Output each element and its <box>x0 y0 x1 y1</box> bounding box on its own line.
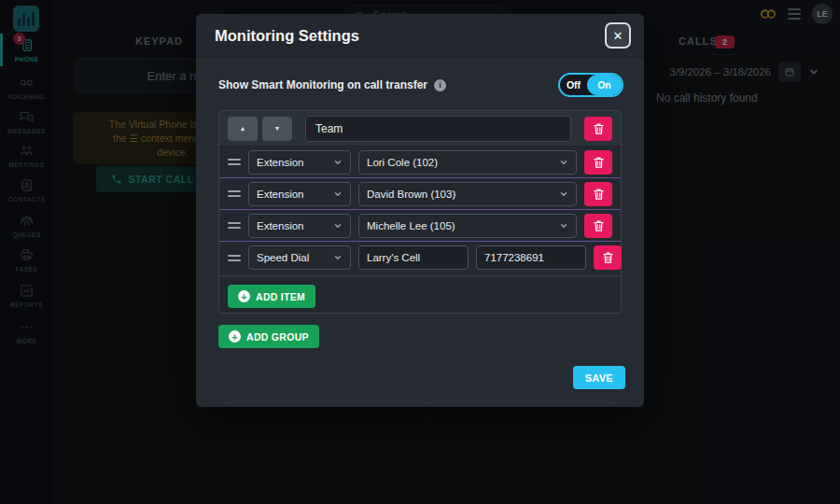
save-label: SAVE <box>585 372 613 384</box>
row-type-value: Speed Dial <box>257 252 328 263</box>
add-item-label: ADD ITEM <box>256 291 305 302</box>
add-item-row: + ADD ITEM <box>219 276 621 316</box>
drag-handle-icon[interactable] <box>228 190 241 197</box>
row-target-select[interactable]: David Brown (103) <box>358 182 577 206</box>
trash-icon <box>602 251 614 264</box>
modal-title: Monitoring Settings <box>215 27 359 45</box>
row-type-select[interactable]: Extension <box>248 182 351 206</box>
row-target-value: Michelle Lee (105) <box>367 220 553 231</box>
smart-monitoring-label: Show Smart Monitoring on call transfer <box>218 78 427 91</box>
row-target-select[interactable]: Michelle Lee (105) <box>358 214 577 238</box>
save-button[interactable]: SAVE <box>573 366 625 389</box>
row-target-value: David Brown (103) <box>367 189 553 200</box>
row-type-value: Extension <box>257 189 328 200</box>
toggle-off-label[interactable]: Off <box>560 75 587 95</box>
row-type-value: Extension <box>257 157 328 168</box>
add-item-button[interactable]: + ADD ITEM <box>228 285 315 308</box>
app-window: Search LE 3 PHONE VOICEMAIL MESSAGES <box>0 0 840 504</box>
add-group-button[interactable]: + ADD GROUP <box>218 325 319 348</box>
smart-monitoring-row: Show Smart Monitoring on call transfer i… <box>218 72 623 98</box>
plus-circle-icon: + <box>238 290 250 302</box>
drag-handle-icon[interactable] <box>228 159 241 165</box>
group-name-input[interactable] <box>305 116 571 142</box>
close-icon: ✕ <box>613 29 623 43</box>
monitoring-settings-modal: Monitoring Settings ✕ Show Smart Monitor… <box>196 14 644 407</box>
row-type-value: Extension <box>257 220 328 231</box>
row-type-select[interactable]: Extension <box>248 150 351 175</box>
row-target-select[interactable]: Lori Cole (102) <box>358 150 577 175</box>
row-target-value: Lori Cole (102) <box>367 157 553 168</box>
plus-circle-icon: + <box>229 330 241 343</box>
monitoring-row: Speed Dial <box>219 242 621 273</box>
monitoring-group: ▲ ▼ Extension Lori Cole (102) <box>218 110 622 314</box>
trash-icon <box>593 156 605 169</box>
row-type-select[interactable]: Extension <box>248 214 351 238</box>
add-group-label: ADD GROUP <box>246 331 309 343</box>
chevron-down-icon <box>559 221 568 231</box>
delete-group-button[interactable] <box>584 117 612 141</box>
chevron-down-icon <box>333 189 343 199</box>
chevron-down-icon <box>333 158 343 167</box>
chevron-down-icon <box>559 158 568 167</box>
chevron-down-icon <box>333 221 343 231</box>
chevron-down-icon <box>333 253 343 262</box>
monitoring-row: Extension Michelle Lee (105) <box>219 210 621 242</box>
delete-row-button[interactable] <box>594 245 622 270</box>
delete-row-button[interactable] <box>584 182 612 206</box>
info-icon[interactable]: i <box>434 79 446 91</box>
speed-dial-number-input[interactable] <box>476 245 586 270</box>
drag-handle-icon[interactable] <box>228 255 241 261</box>
trash-icon <box>593 122 605 135</box>
group-header: ▲ ▼ <box>219 111 621 147</box>
speed-dial-name-input[interactable] <box>358 245 469 270</box>
modal-header: Monitoring Settings <box>196 14 644 58</box>
move-group-down-button[interactable]: ▼ <box>262 117 292 141</box>
move-group-up-button[interactable]: ▲ <box>228 117 258 141</box>
trash-icon <box>593 188 605 201</box>
trash-icon <box>593 219 605 232</box>
smart-monitoring-toggle[interactable]: Off On <box>558 73 623 97</box>
close-button[interactable]: ✕ <box>605 22 631 49</box>
delete-row-button[interactable] <box>584 150 612 175</box>
monitoring-row: Extension David Brown (103) <box>219 178 621 210</box>
toggle-on-label[interactable]: On <box>587 75 622 95</box>
delete-row-button[interactable] <box>584 214 612 238</box>
row-type-select[interactable]: Speed Dial <box>248 245 351 270</box>
chevron-down-icon <box>559 189 568 199</box>
drag-handle-icon[interactable] <box>228 222 241 229</box>
monitoring-row: Extension Lori Cole (102) <box>219 147 621 178</box>
